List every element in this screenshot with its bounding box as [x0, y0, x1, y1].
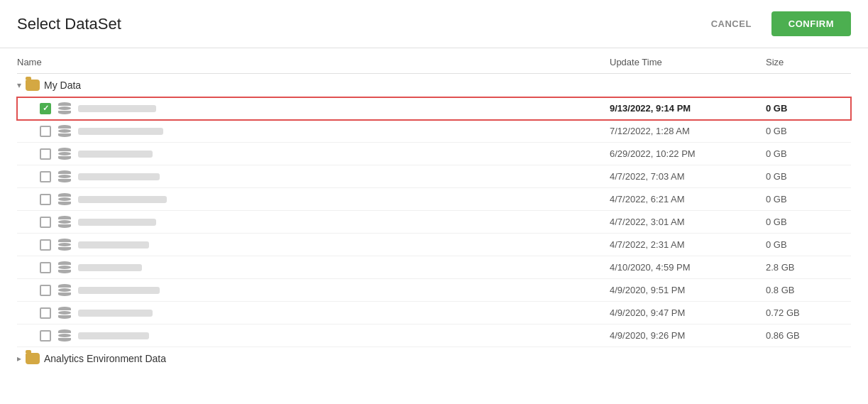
dataset-name [78, 173, 160, 180]
row-name-cell [17, 284, 610, 296]
cancel-button[interactable]: CANCEL [700, 13, 763, 35]
confirm-button[interactable]: CONFIRM [771, 11, 851, 36]
table-container: Name Update Time Size ▾ My Data 9/13/202… [0, 48, 868, 370]
dataset-name [78, 287, 160, 294]
table-row: 4/10/2020, 4:59 PM2.8 GB [17, 256, 851, 279]
update-time: 4/7/2022, 7:03 AM [610, 171, 766, 182]
row-checkbox[interactable] [40, 239, 51, 251]
database-icon [57, 261, 72, 273]
table-row: 4/7/2022, 6:21 AM0 GB [17, 188, 851, 211]
database-icon [57, 125, 72, 137]
size-value: 0 GB [766, 126, 851, 136]
dataset-name [78, 105, 156, 112]
dialog-header: Select DataSet CANCEL CONFIRM [0, 0, 868, 48]
table-row: 6/29/2022, 10:22 PM0 GB [17, 143, 851, 165]
update-time: 4/10/2020, 4:59 PM [610, 262, 766, 273]
row-name-cell [17, 307, 610, 319]
database-icon [57, 148, 72, 160]
table-row: 4/9/2020, 9:51 PM0.8 GB [17, 279, 851, 302]
table-row: 4/9/2020, 9:47 PM0.72 GB [17, 302, 851, 324]
size-value: 0.72 GB [766, 307, 851, 318]
folder-row-my-data: ▾ My Data [17, 74, 851, 97]
row-name-cell [17, 193, 610, 205]
update-time: 4/7/2022, 2:31 AM [610, 239, 766, 250]
row-checkbox[interactable] [40, 217, 51, 228]
size-value: 2.8 GB [766, 262, 851, 273]
chevron-right-icon[interactable]: ▸ [17, 354, 21, 364]
page-title: Select DataSet [17, 15, 121, 33]
row-checkbox[interactable] [40, 330, 51, 342]
dataset-name [78, 332, 149, 339]
row-name-cell [17, 170, 610, 182]
table-row: 4/7/2022, 2:31 AM0 GB [17, 234, 851, 256]
database-icon [57, 216, 72, 228]
analytics-folder-name: ▸ Analytics Environment Data [17, 353, 610, 364]
database-icon [57, 102, 72, 114]
col-size: Size [766, 57, 851, 67]
row-checkbox[interactable] [40, 285, 51, 296]
update-time: 4/7/2022, 3:01 AM [610, 217, 766, 227]
size-value: 0 GB [766, 171, 851, 182]
row-checkbox[interactable] [40, 126, 51, 137]
update-time: 6/29/2022, 10:22 PM [610, 148, 766, 159]
size-value: 0.86 GB [766, 330, 851, 341]
row-name-cell [17, 148, 610, 160]
folder-icon-analytics [26, 353, 40, 364]
folder-label-my-data: My Data [44, 80, 81, 91]
row-checkbox[interactable] [40, 307, 51, 319]
table-row: 4/7/2022, 7:03 AM0 GB [17, 165, 851, 188]
database-icon [57, 170, 72, 182]
dataset-name [78, 219, 156, 226]
folder-name-my-data: ▾ My Data [17, 80, 610, 91]
dataset-name [78, 264, 142, 271]
dataset-rows: 9/13/2022, 9:14 PM0 GB7/12/2022, 1:28 AM… [17, 97, 851, 347]
size-value: 0 GB [766, 194, 851, 204]
col-update-time: Update Time [610, 57, 766, 67]
update-time: 4/9/2020, 9:26 PM [610, 330, 766, 341]
dialog-container: Select DataSet CANCEL CONFIRM Name Updat… [0, 0, 868, 370]
database-icon [57, 329, 72, 342]
row-name-cell [17, 261, 610, 273]
row-checkbox[interactable] [40, 262, 51, 273]
row-name-cell [17, 102, 610, 114]
table-row: 4/9/2020, 9:26 PM0.86 GB [17, 324, 851, 347]
database-icon [57, 193, 72, 205]
size-value: 0 GB [766, 239, 851, 250]
database-icon [57, 307, 72, 319]
size-value: 0 GB [766, 103, 851, 114]
update-time: 4/9/2020, 9:51 PM [610, 285, 766, 295]
database-icon [57, 239, 72, 251]
row-name-cell [17, 239, 610, 251]
dataset-name [78, 241, 149, 249]
row-checkbox[interactable] [40, 171, 51, 182]
row-name-cell [17, 125, 610, 137]
dataset-name [78, 310, 153, 317]
table-header: Name Update Time Size [17, 48, 851, 74]
col-name: Name [17, 57, 610, 67]
dataset-name [78, 151, 153, 158]
folder-row-analytics: ▸ Analytics Environment Data [17, 347, 851, 370]
row-checkbox[interactable] [40, 194, 51, 205]
update-time: 4/9/2020, 9:47 PM [610, 307, 766, 318]
header-buttons: CANCEL CONFIRM [700, 11, 851, 36]
row-name-cell [17, 216, 610, 228]
database-icon [57, 284, 72, 296]
row-checkbox[interactable] [40, 148, 51, 160]
dataset-name [78, 196, 167, 203]
table-row: 7/12/2022, 1:28 AM0 GB [17, 120, 851, 143]
size-value: 0 GB [766, 148, 851, 159]
row-checkbox[interactable] [40, 103, 51, 114]
table-row: 4/7/2022, 3:01 AM0 GB [17, 211, 851, 234]
analytics-folder-label: Analytics Environment Data [44, 353, 166, 364]
dataset-name [78, 128, 163, 135]
row-name-cell [17, 329, 610, 342]
size-value: 0.8 GB [766, 285, 851, 295]
update-time: 4/7/2022, 6:21 AM [610, 194, 766, 204]
size-value: 0 GB [766, 217, 851, 227]
folder-icon [26, 80, 40, 91]
chevron-down-icon[interactable]: ▾ [17, 80, 21, 90]
update-time: 7/12/2022, 1:28 AM [610, 126, 766, 136]
table-row: 9/13/2022, 9:14 PM0 GB [17, 97, 851, 120]
update-time: 9/13/2022, 9:14 PM [610, 103, 766, 114]
